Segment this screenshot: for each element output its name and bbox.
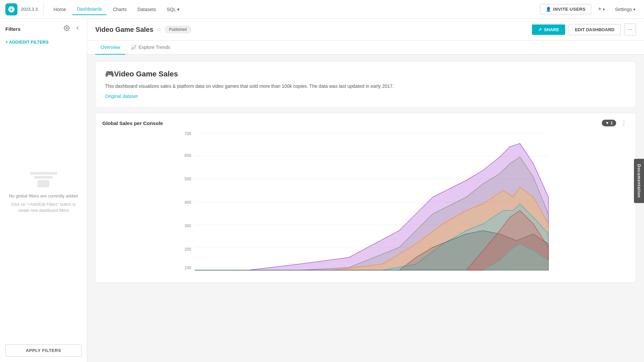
chart-container: 700 600 500 400 300 200 100	[96, 130, 636, 282]
tab-overview[interactable]: Overview	[95, 41, 125, 55]
dashboard-title: Video Game Sales	[95, 26, 153, 34]
settings-button[interactable]: Settings ▾	[611, 4, 639, 14]
filter-icon: ▼	[605, 121, 609, 125]
user-icon: 👤	[546, 7, 551, 12]
skeleton-bar-2	[34, 176, 53, 179]
tab-explore-trends[interactable]: 📈 Explore Trends	[125, 41, 175, 55]
top-navigation: 2023.3.3 Home Dashboards Charts Datasets…	[0, 0, 644, 19]
empty-state-icon	[30, 172, 57, 187]
main-layout: Filters + ADD/EDIT FILTERS	[0, 19, 644, 362]
empty-text: No global filters are currently added	[9, 193, 78, 199]
dashboard-tabs: Overview 📈 Explore Trends	[87, 41, 644, 55]
invite-users-button[interactable]: 👤 INVITE USERS	[540, 4, 591, 14]
share-icon: ↗	[538, 27, 542, 32]
skeleton-bar-1	[30, 172, 57, 175]
share-button[interactable]: ↗ SHARE	[532, 24, 565, 35]
chevron-down-icon: ▾	[603, 7, 605, 12]
dashboard-title-area: Video Game Sales ☆ Published	[95, 26, 191, 34]
svg-text:600: 600	[184, 153, 191, 158]
chart-header: Global Sales per Console ▼ 1 ⋮	[96, 113, 636, 130]
dashboard-actions: ↗ SHARE EDIT DASHBOARD ···	[532, 23, 636, 36]
chevron-down-icon: ▾	[633, 7, 635, 12]
sales-chart-svg: 700 600 500 400 300 200 100	[102, 130, 629, 274]
version-badge: 2023.3.3	[21, 7, 38, 12]
nav-right: 👤 INVITE USERS + ▾ Settings ▾	[540, 3, 639, 15]
svg-text:700: 700	[184, 131, 191, 136]
favorite-star-icon[interactable]: ☆	[157, 26, 161, 33]
add-button[interactable]: + ▾	[595, 3, 608, 15]
chart-trend-icon: 📈	[131, 45, 137, 50]
nav-home[interactable]: Home	[49, 4, 71, 15]
svg-text:100: 100	[184, 265, 191, 270]
gear-icon	[64, 25, 70, 31]
sidebar-icon-buttons	[63, 24, 82, 34]
add-edit-filters-button[interactable]: + ADD/EDIT FILTERS	[0, 38, 87, 47]
collapse-icon	[74, 25, 80, 31]
collapse-sidebar-button[interactable]	[73, 24, 82, 34]
chart-title: Global Sales per Console	[102, 120, 163, 126]
sidebar-title: Filters	[5, 26, 20, 32]
svg-text:300: 300	[184, 224, 191, 228]
sidebar-empty-state: No global filters are currently added Cl…	[0, 47, 87, 339]
svg-text:500: 500	[184, 177, 191, 181]
sidebar-header: Filters	[0, 24, 87, 38]
empty-hint: Click on "+Add/Edit Filters" button to c…	[7, 201, 80, 214]
svg-point-0	[66, 27, 68, 29]
svg-text:400: 400	[184, 200, 191, 205]
nav-sql[interactable]: SQL ▾	[162, 4, 184, 15]
nav-dashboards[interactable]: Dashboards	[72, 4, 107, 15]
published-badge: Published	[165, 26, 191, 33]
apply-filters-button[interactable]: APPLY FILTERS	[5, 344, 82, 357]
svg-text:200: 200	[184, 247, 191, 252]
dashboard-info-card: 🎮Video Game Sales This dashboard visuali…	[95, 61, 636, 108]
original-dataset-link[interactable]: Original dataset	[105, 94, 138, 99]
dashboard-body: 🎮Video Game Sales This dashboard visuali…	[87, 55, 644, 289]
nav-charts[interactable]: Charts	[108, 4, 131, 15]
documentation-tab[interactable]: Documentation	[634, 159, 644, 203]
logo-icon	[8, 6, 15, 13]
chart-actions: ▼ 1 ⋮	[602, 119, 629, 127]
chart-more-button[interactable]: ⋮	[619, 119, 629, 127]
dashboard-header: Video Game Sales ☆ Published ↗ SHARE EDI…	[87, 19, 644, 41]
more-options-button[interactable]: ···	[624, 23, 636, 36]
logo-area: 2023.3.3	[5, 3, 44, 15]
info-title: 🎮Video Game Sales	[105, 70, 626, 78]
main-content: Video Game Sales ☆ Published ↗ SHARE EDI…	[87, 19, 644, 362]
info-description: This dashboard visualizes sales & platfo…	[105, 82, 626, 90]
skeleton-bar-3	[38, 180, 49, 187]
chart-filter-badge[interactable]: ▼ 1	[602, 120, 616, 126]
nav-datasets[interactable]: Datasets	[133, 4, 161, 15]
filters-sidebar: Filters + ADD/EDIT FILTERS	[0, 19, 87, 362]
nav-items: Home Dashboards Charts Datasets SQL ▾	[49, 4, 537, 15]
edit-dashboard-button[interactable]: EDIT DASHBOARD	[569, 24, 621, 35]
filter-settings-button[interactable]	[63, 24, 71, 34]
app-logo	[5, 3, 17, 15]
global-sales-chart-card: Global Sales per Console ▼ 1 ⋮ 700 600	[95, 113, 636, 283]
